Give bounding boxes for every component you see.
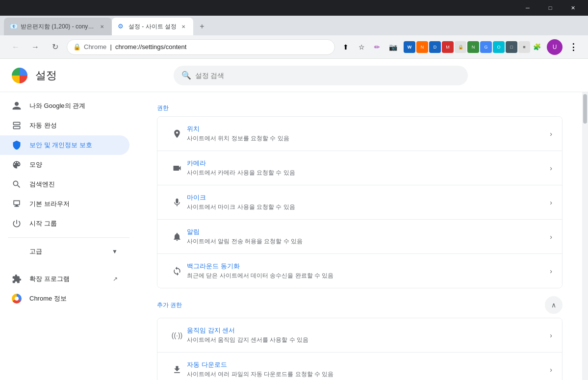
tab-email-close[interactable]: ✕ <box>98 23 106 30</box>
autofill-icon <box>12 121 22 130</box>
sidebar-item-extensions[interactable]: 확장 프로그램 ↗ <box>0 269 129 289</box>
auto-download-arrow-icon: › <box>550 366 552 374</box>
permissions-heading: 권한 <box>157 104 562 112</box>
title-bar: ─ □ ✕ <box>0 0 588 16</box>
location-title: 위치 <box>187 125 550 133</box>
motion-sensor-text: 움직임 감지 센서 사이트에서 움직임 감지 센서를 사용할 수 있음 <box>187 326 550 344</box>
camera-icon <box>167 163 187 173</box>
settings-item-location[interactable]: 위치 사이트에서 위치 정보를 요청할 수 있음 › <box>157 117 562 151</box>
motion-sensor-arrow-icon: › <box>550 331 552 339</box>
maximize-button[interactable]: □ <box>539 0 562 16</box>
minimize-button[interactable]: ─ <box>516 0 539 16</box>
settings-item-auto-download[interactable]: 자동 다운로드 사이트에서 여러 파일의 자동 다운로드를 요청할 수 있음 › <box>157 353 562 380</box>
tab-email[interactable]: 📧 받은편지함 (1,200) - conyii0@g ✕ <box>4 18 112 35</box>
sidebar-label-appearance: 모양 <box>29 160 118 169</box>
ext-icon-puzzle[interactable]: 🧩 <box>531 41 543 53</box>
settings-item-notifications[interactable]: 알림 사이트에서 알림 전송 허용을 요청할 수 있음 › <box>157 220 562 254</box>
ext-icon-3[interactable]: D <box>429 41 441 53</box>
auto-download-text: 자동 다운로드 사이트에서 여러 파일의 자동 다운로드를 요청할 수 있음 <box>187 360 550 379</box>
sidebar-item-appearance[interactable]: 모양 <box>0 155 129 175</box>
address-lock-icon: 🔒 <box>73 43 81 51</box>
back-button[interactable]: ← <box>8 39 24 55</box>
address-bar[interactable]: 🔒 Chrome | chrome://settings/content <box>67 39 335 55</box>
notifications-desc: 사이트에서 알림 전송 허용을 요청할 수 있음 <box>187 237 550 246</box>
ext-icon-2[interactable]: N <box>416 41 428 53</box>
sidebar-item-startup[interactable]: 시작 그룹 <box>0 214 129 233</box>
tab-settings[interactable]: ⚙ 설정 - 사이트 설정 ✕ <box>112 18 193 35</box>
location-desc: 사이트에서 위치 정보를 요청할 수 있음 <box>187 134 550 143</box>
menu-button[interactable]: ⋮ <box>566 40 580 54</box>
reload-button[interactable]: ↻ <box>47 39 63 55</box>
additional-permissions-section: 추가 권한 ∧ ((·)) 움직임 감지 센서 사이트에서 움직임 감지 센서를… <box>157 300 562 380</box>
profile-button[interactable]: U <box>547 39 562 55</box>
ext-icon-10[interactable]: ≡ <box>518 41 530 53</box>
settings-layout: 나와 Google의 관계 자동 완성 보안 및 개인정보 보호 <box>0 92 588 380</box>
tab-email-favicon: 📧 <box>10 23 18 30</box>
scrollbar-track[interactable] <box>582 92 588 380</box>
settings-item-camera[interactable]: 카메라 사이트에서 카메라 사용을 요청할 수 있음 › <box>157 151 562 185</box>
collapse-icon: ∧ <box>551 301 556 309</box>
settings-search-input[interactable] <box>195 72 460 79</box>
ext-icon-7[interactable]: G <box>480 41 492 53</box>
settings-search-bar[interactable]: 🔍 <box>174 66 468 85</box>
sidebar-label-google: 나와 Google의 관계 <box>29 101 118 110</box>
chrome-info-icon <box>12 294 22 304</box>
notifications-text: 알림 사이트에서 알림 전송 허용을 요청할 수 있음 <box>187 228 550 246</box>
location-text: 위치 사이트에서 위치 정보를 요청할 수 있음 <box>187 125 550 143</box>
microphone-text: 마이크 사이트에서 마이크 사용을 요청할 수 있음 <box>187 193 550 211</box>
camera-desc: 사이트에서 카메라 사용을 요청할 수 있음 <box>187 169 550 177</box>
notifications-icon <box>167 232 187 242</box>
sidebar-item-advanced[interactable]: 고급 ▼ <box>0 242 129 261</box>
sidebar-label-browser: 기본 브라우저 <box>29 200 118 208</box>
search-engine-icon <box>12 179 22 189</box>
sidebar-divider <box>8 237 129 238</box>
new-tab-button[interactable]: + <box>195 20 209 33</box>
settings-item-background-sync[interactable]: 백그라운드 동기화 최근에 닫은 사이트에서 데이터 송수신을 완료할 수 있음… <box>157 254 562 288</box>
ext-icon-5[interactable]: 🔒 <box>455 41 466 53</box>
palette-icon <box>12 160 22 170</box>
ext-icon-6[interactable]: N <box>467 41 479 53</box>
motion-sensor-desc: 사이트에서 움직임 감지 센서를 사용할 수 있음 <box>187 336 550 344</box>
settings-item-microphone[interactable]: 마이크 사이트에서 마이크 사용을 요청할 수 있음 › <box>157 185 562 220</box>
tab-settings-close[interactable]: ✕ <box>179 23 187 30</box>
sidebar-label-autofill: 자동 완성 <box>29 121 118 130</box>
ext-icon-8[interactable]: O <box>493 41 505 53</box>
ext-icon-9[interactable]: □ <box>506 41 517 53</box>
download-icon <box>167 365 187 375</box>
permissions-section: 권한 위치 사이트에서 위치 정보를 요청할 수 있음 › <box>157 104 562 288</box>
share-button[interactable]: ⬆ <box>339 40 353 54</box>
sidebar-item-google[interactable]: 나와 Google의 관계 <box>0 96 129 116</box>
background-sync-title: 백그라운드 동기화 <box>187 262 550 271</box>
sidebar-label-extensions: 확장 프로그램 <box>29 275 105 283</box>
sidebar-label-privacy: 보안 및 개인정보 보호 <box>29 141 118 150</box>
ext-icon-1[interactable]: W <box>404 41 415 53</box>
settings-item-motion-sensor[interactable]: ((·)) 움직임 감지 센서 사이트에서 움직임 감지 센서를 사용할 수 있… <box>157 318 562 353</box>
bookmark-button[interactable]: ☆ <box>355 40 368 54</box>
camera-title: 카메라 <box>187 159 550 168</box>
main-content: 권한 위치 사이트에서 위치 정보를 요청할 수 있음 › <box>137 92 582 380</box>
tab-email-title: 받은편지함 (1,200) - conyii0@g <box>21 23 95 31</box>
background-sync-desc: 최근에 닫은 사이트에서 데이터 송수신을 완료할 수 있음 <box>187 272 550 280</box>
title-bar-controls: ─ □ ✕ <box>516 0 584 16</box>
sidebar-item-privacy[interactable]: 보안 및 개인정보 보호 <box>0 135 129 155</box>
background-sync-text: 백그라운드 동기화 최근에 닫은 사이트에서 데이터 송수신을 완료할 수 있음 <box>187 262 550 280</box>
nav-actions: ⬆ ☆ ✏ 📷 <box>339 40 400 54</box>
sidebar-item-autofill[interactable]: 자동 완성 <box>0 116 129 135</box>
scrollbar-thumb[interactable] <box>583 94 587 124</box>
camera-capture-button[interactable]: 📷 <box>386 40 400 54</box>
extensions-icon <box>12 274 22 284</box>
edit-icon-button[interactable]: ✏ <box>370 40 384 54</box>
sync-icon <box>167 266 187 276</box>
ext-icon-4[interactable]: M <box>442 41 454 53</box>
sidebar-item-browser[interactable]: 기본 브라우저 <box>0 194 129 214</box>
forward-button[interactable]: → <box>27 39 43 55</box>
sidebar-item-chrome-info[interactable]: Chrome 정보 <box>0 289 129 308</box>
startup-icon <box>12 219 22 228</box>
notifications-arrow-icon: › <box>550 233 552 241</box>
collapse-button[interactable]: ∧ <box>545 296 562 314</box>
auto-download-desc: 사이트에서 여러 파일의 자동 다운로드를 요청할 수 있음 <box>187 370 550 379</box>
close-button[interactable]: ✕ <box>562 0 584 16</box>
motion-sensor-icon: ((·)) <box>167 331 187 339</box>
google-logo <box>12 68 27 83</box>
sidebar-item-search[interactable]: 검색엔진 <box>0 175 129 194</box>
